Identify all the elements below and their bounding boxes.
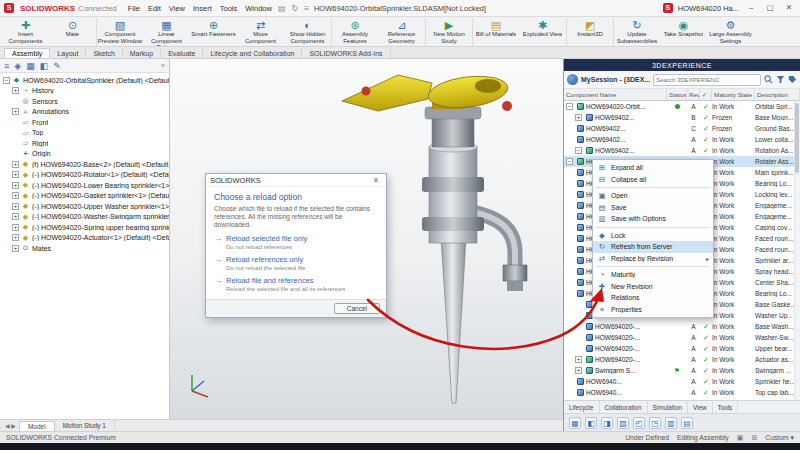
table-row[interactable]: Swingarm S... A ✓ In Work Swingarm ... [564, 365, 800, 376]
expander-icon[interactable] [12, 245, 19, 252]
search-input[interactable] [653, 74, 761, 86]
ribbon-button[interactable]: ⊛ Assembly Features [331, 18, 378, 46]
expander-icon[interactable] [12, 213, 19, 220]
menu-item[interactable]: Edit [148, 4, 161, 13]
panel-tool-icon[interactable]: ▦ [569, 417, 581, 429]
expander-icon[interactable] [566, 378, 575, 385]
ribbon-button[interactable]: ◐ Show Hidden Components [284, 18, 331, 46]
expander-icon[interactable] [566, 224, 575, 231]
ribbon-button[interactable]: ▤ Bill of Materials [472, 18, 519, 46]
expander-icon[interactable] [566, 136, 575, 143]
panel-tab-icon[interactable]: ✎ [53, 61, 61, 71]
table-row[interactable]: HOW6940... A ✓ In Work Sprinkler he... [564, 376, 800, 387]
feature-tree-item[interactable]: HOW694020-OrbitalSprinkler (Default) <De… [0, 75, 169, 86]
feature-tree-item[interactable]: Right [0, 138, 169, 149]
close-icon[interactable]: ✕ [370, 176, 382, 185]
model-tab[interactable]: Motion Study 1 [55, 421, 115, 430]
expander-icon[interactable] [566, 202, 575, 209]
feature-tree-item[interactable]: Mates [0, 243, 169, 254]
table-row[interactable]: HOW69402... B ✓ Frozen Base Moun... [564, 112, 800, 123]
tag-icon[interactable] [788, 75, 797, 84]
expander-icon[interactable] [566, 257, 575, 264]
expander-icon[interactable] [575, 147, 582, 154]
panel-tool-icon[interactable]: ◰ [633, 417, 645, 429]
panel-tool-icon[interactable]: ▥ [665, 417, 677, 429]
ribbon-button[interactable]: ⊕ Smart Fasteners [190, 18, 237, 46]
menu-item[interactable]: File [128, 4, 140, 13]
expander-icon[interactable] [12, 150, 21, 157]
window-control-icon[interactable]: – [744, 2, 758, 14]
table-row[interactable]: HOW694020-Orbit... A ✓ In Work Orbital S… [564, 101, 800, 112]
context-menu-item[interactable] [596, 227, 710, 228]
ribbon-button[interactable]: ◩ Instant3D [566, 18, 613, 46]
model-tab[interactable]: Model [19, 421, 55, 431]
expander-icon[interactable] [566, 191, 575, 198]
table-row[interactable]: HOW69402... A ✓ In Work Rotation As... [564, 145, 800, 156]
feature-tree-item[interactable]: Sensors [0, 96, 169, 107]
expander-icon[interactable] [566, 213, 575, 220]
column-header[interactable]: Rev [687, 89, 700, 100]
scrollbar-thumb[interactable] [795, 103, 799, 173]
feature-tree-item[interactable]: Annotations [0, 107, 169, 118]
status-icon[interactable]: ⊞ [751, 434, 757, 442]
context-menu-item[interactable]: ▥ Save with Options [593, 213, 713, 225]
expander-icon[interactable] [575, 301, 584, 308]
feature-tree-item[interactable]: (-) HOW694020-Gasket sprinkler<1> (Defau… [0, 191, 169, 202]
expander-icon[interactable] [575, 334, 584, 341]
menu-item[interactable]: Tools [220, 4, 238, 13]
expander-icon[interactable] [12, 203, 19, 210]
panel-tool-icon[interactable]: ◧ [585, 417, 597, 429]
expander-icon[interactable] [12, 182, 19, 189]
feature-tree-item[interactable]: History [0, 86, 169, 97]
expander-icon[interactable] [566, 290, 575, 297]
ribbon-button[interactable]: ◉ Take Snapshot [660, 18, 707, 46]
unit-system-dropdown[interactable]: Custom ▾ [765, 434, 794, 442]
expander-icon[interactable] [566, 158, 573, 165]
table-row[interactable]: HOW69402... A ✓ In Work Lower colla... [564, 134, 800, 145]
expander-icon[interactable] [566, 246, 575, 253]
command-tab[interactable]: Lifecycle and Collaboration [203, 49, 302, 58]
window-control-icon[interactable]: ▢ [763, 2, 777, 14]
feature-tree-item[interactable]: (-) HOW694020-Actuator<1> (Default) <Def… [0, 233, 169, 244]
compass-icon[interactable] [567, 74, 578, 85]
quick-toolbar-icon[interactable]: ▤ [278, 4, 286, 13]
context-menu-item[interactable]: ◆ Lock [593, 230, 713, 242]
feature-tree-item[interactable]: (-) HOW694020-Upper Washer sprinkler<1> … [0, 201, 169, 212]
table-row[interactable]: HOW69402... C ✓ Frozen Ground Bas... [564, 123, 800, 134]
command-tab[interactable]: Layout [50, 49, 86, 58]
table-row[interactable]: HOW694020-... A ✓ In Work Upper bear... [564, 343, 800, 354]
context-menu-item[interactable] [596, 187, 710, 188]
document-tab[interactable]: HOW694020 Ha... [678, 4, 739, 13]
context-menu-item[interactable]: ⊟ Collapse all [593, 174, 713, 186]
feature-tree-item[interactable]: Origin [0, 149, 169, 160]
expander-icon[interactable] [575, 323, 584, 330]
expander-icon[interactable] [12, 140, 21, 147]
ribbon-button[interactable]: ✚ Insert Components [2, 18, 49, 46]
feature-tree-item[interactable]: (f) HOW694020-Base<2> (Default) <Default… [0, 159, 169, 170]
feature-tree-item[interactable]: Top [0, 128, 169, 139]
context-menu-item[interactable] [596, 266, 710, 267]
quick-toolbar-icon[interactable]: ≡ [304, 4, 309, 13]
menu-item[interactable]: Window [245, 4, 272, 13]
ribbon-button[interactable]: ▧ Component Preview Window [96, 18, 143, 46]
panel-tool-icon[interactable]: ▤ [681, 417, 693, 429]
ribbon-button[interactable]: ▶ New Motion Study [425, 18, 472, 46]
feature-tree-item[interactable]: (-) HOW694020-Spring upper bearing sprin… [0, 222, 169, 233]
ribbon-button[interactable]: ⚙ Large Assembly Settings [707, 18, 754, 46]
panel-tab[interactable]: Tools [713, 401, 739, 413]
column-header[interactable]: Status [667, 89, 687, 100]
expander-icon[interactable] [566, 389, 575, 396]
context-menu-item[interactable]: ≡ Properties [593, 304, 713, 316]
expander-icon[interactable] [575, 367, 582, 374]
panel-tool-icon[interactable]: ◳ [649, 417, 661, 429]
reload-option[interactable]: → Reload selected file only Do not reloa… [214, 234, 378, 250]
panel-tab[interactable]: Collaboration [600, 401, 648, 413]
context-menu-item[interactable]: ▤ Save [593, 202, 713, 214]
column-header[interactable]: Description [755, 89, 800, 100]
expander-icon[interactable] [12, 119, 21, 126]
panel-tab-icon[interactable]: ◈ [14, 61, 21, 71]
command-tab[interactable]: Sketch [86, 49, 122, 58]
expander-icon[interactable] [12, 234, 19, 241]
table-row[interactable]: HOW6940... A ✓ In Work Top cap lab... [564, 387, 800, 398]
context-menu-item[interactable]: ▣ Open [593, 190, 713, 202]
